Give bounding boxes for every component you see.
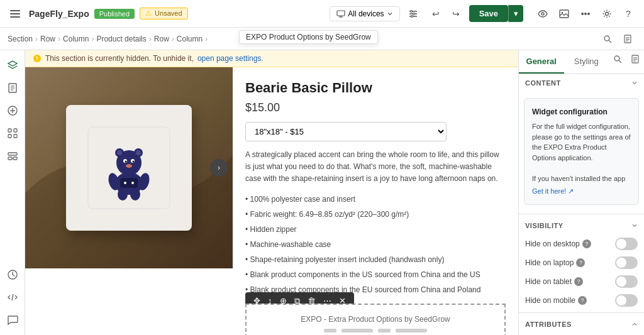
widget-config-link[interactable]: Get it here! ↗ — [532, 186, 574, 197]
sidebar-icon-add[interactable] — [3, 101, 23, 121]
settings-button[interactable] — [597, 4, 616, 23]
breadcrumb-bar: Section › Row › Column › Product details… — [0, 28, 644, 50]
hide-laptop-help[interactable]: ? — [576, 258, 585, 267]
visibility-section-header[interactable]: VISIBILITY — [519, 217, 644, 234]
preview-button[interactable] — [533, 4, 552, 23]
svg-point-51 — [133, 161, 135, 163]
warning-icon — [33, 54, 42, 63]
visibility-label: VISIBILITY — [525, 222, 564, 229]
hide-tablet-help[interactable]: ? — [574, 277, 583, 286]
product-info-col: Bearie Basic Pillow $15.00 18"x18" - $15… — [233, 67, 518, 335]
image-nav-arrow[interactable]: › — [210, 159, 228, 177]
apps-icon — [7, 128, 18, 139]
topbar-actions: ••• ? — [533, 4, 638, 23]
svg-line-61 — [619, 60, 621, 63]
warning-text: This section is currently hidden. To unh… — [45, 54, 194, 63]
more-button[interactable]: ••• — [576, 4, 595, 23]
expo-widget-area[interactable]: EXPO - Extra Product Options by SeedGrow — [245, 304, 506, 335]
divider-2 — [519, 312, 644, 313]
svg-point-16 — [604, 36, 609, 41]
expo-line-s4 — [378, 329, 391, 332]
hide-laptop-label: Hide on laptop ? — [525, 258, 585, 267]
hide-laptop-toggle[interactable] — [615, 256, 638, 269]
svg-point-58 — [118, 188, 128, 200]
sidebar-icon-chat[interactable] — [3, 310, 23, 330]
svg-rect-33 — [8, 153, 17, 155]
breadcrumb-product-details[interactable]: Product details — [96, 35, 146, 43]
undo-redo-group: ↩ ↪ — [426, 4, 465, 23]
svg-point-11 — [411, 15, 413, 17]
hide-tablet-toggle[interactable] — [615, 275, 638, 288]
layout-settings-btn[interactable] — [404, 4, 423, 23]
sidebar-icon-apps[interactable] — [3, 123, 23, 143]
svg-line-17 — [609, 40, 611, 43]
monitor-icon — [336, 9, 345, 18]
sidebar-icon-pages[interactable] — [3, 78, 23, 98]
device-selector[interactable]: All devices — [330, 6, 399, 21]
content-section-header[interactable]: CONTENT — [519, 74, 644, 92]
breadcrumb-column-1[interactable]: Column — [63, 35, 89, 43]
svg-point-12 — [541, 13, 544, 15]
save-dropdown-button[interactable]: ▾ — [508, 5, 523, 22]
feature-6: • Blank product components in the US sou… — [245, 267, 506, 282]
eye-icon — [538, 9, 548, 19]
svg-rect-31 — [8, 135, 11, 138]
panel-doc-btn[interactable] — [626, 50, 644, 68]
search-icon-btn[interactable] — [599, 30, 616, 48]
image-button[interactable] — [555, 4, 574, 23]
attributes-section-header[interactable]: ATTRIBUTES — [519, 316, 644, 333]
code-icon — [7, 292, 18, 303]
main-layout: This section is currently hidden. To unh… — [0, 50, 644, 335]
sidebar-icon-code[interactable] — [3, 287, 23, 307]
breadcrumb-row-1[interactable]: Row — [40, 35, 55, 43]
product-price: $15.00 — [245, 101, 506, 114]
right-panel-tabs: General Styling — [519, 50, 644, 74]
panel-search-btn[interactable] — [609, 50, 626, 68]
svg-point-15 — [606, 12, 609, 15]
expo-line-s1 — [324, 329, 336, 332]
attributes-label: ATTRIBUTES — [525, 321, 572, 328]
elements-icon — [7, 150, 18, 162]
feature-1: • 100% polyester case and insert — [245, 192, 506, 207]
sidebar-icon-elements[interactable] — [3, 146, 23, 166]
breadcrumb-row-2[interactable]: Row — [154, 35, 169, 43]
feature-4: • Machine-washable case — [245, 237, 506, 252]
divider-1 — [519, 214, 644, 214]
hide-mobile-toggle[interactable] — [615, 294, 638, 307]
breadcrumb-column-2[interactable]: Column — [177, 35, 203, 43]
visibility-collapse-icon — [631, 222, 638, 229]
canvas-content: › Bearie Basic Pillow $15.00 18"x18" - $… — [25, 67, 518, 335]
tab-styling[interactable]: Styling — [564, 50, 609, 74]
right-panel: General Styling CONTENT — [518, 50, 644, 335]
breadcrumb-section[interactable]: Section — [8, 35, 33, 43]
expo-line-l1 — [341, 329, 373, 332]
hide-desktop-toggle[interactable] — [615, 238, 638, 250]
content-collapse-icon — [631, 80, 638, 86]
help-button[interactable]: ? — [619, 4, 638, 23]
sidebar-icon-history[interactable] — [3, 265, 23, 285]
expo-widget-placeholder — [257, 329, 494, 335]
undo-button[interactable]: ↩ — [426, 4, 445, 23]
hide-desktop-help[interactable]: ? — [582, 239, 591, 248]
document-icon — [623, 35, 632, 43]
topbar: PageFly_Expo Published ⚠ Unsaved All dev… — [0, 0, 644, 28]
chevron-down-icon — [387, 11, 393, 17]
warning-link[interactable]: open page settings. — [197, 54, 264, 63]
redo-button[interactable]: ↪ — [447, 4, 465, 23]
variant-selector[interactable]: 18"x18" - $15 — [245, 122, 447, 141]
unsaved-badge: ⚠ Unsaved — [140, 8, 187, 19]
tab-general[interactable]: General — [519, 50, 564, 74]
clock-icon — [7, 269, 18, 280]
panel-search-icon — [613, 55, 622, 63]
doc-icon-btn[interactable] — [619, 30, 636, 48]
hamburger-menu[interactable] — [6, 5, 24, 23]
save-button[interactable]: Save — [469, 5, 508, 22]
panel-doc-icon — [631, 55, 640, 63]
svg-point-10 — [413, 13, 414, 14]
feature-5: • Shape-retaining polyester insert inclu… — [245, 252, 506, 267]
svg-point-46 — [117, 150, 122, 155]
svg-point-9 — [410, 10, 412, 12]
hide-mobile-help[interactable]: ? — [578, 296, 587, 305]
warning-bar: This section is currently hidden. To unh… — [25, 50, 518, 67]
sidebar-icon-layers[interactable] — [3, 55, 23, 75]
